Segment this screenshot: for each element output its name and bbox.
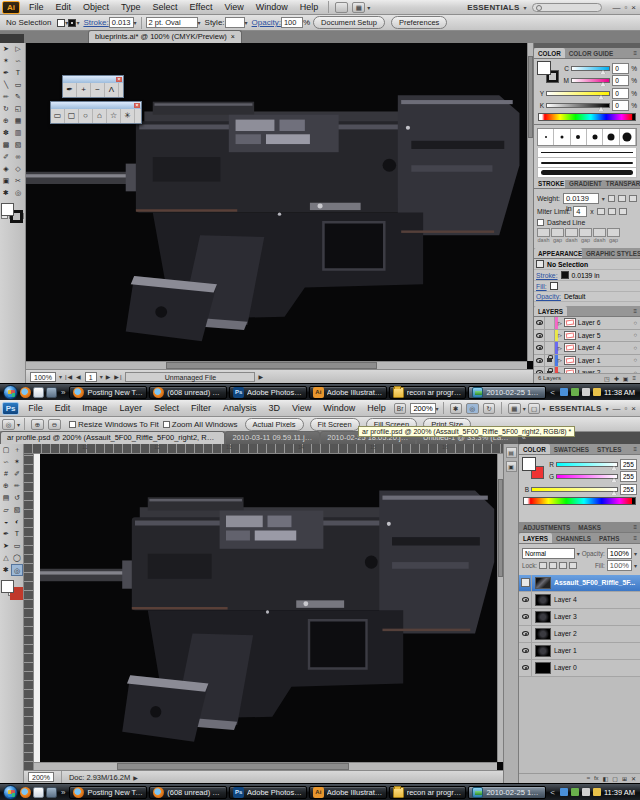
dash-field[interactable]: gap <box>607 228 620 243</box>
panel-menu-icon[interactable]: ≡ <box>630 533 640 543</box>
actual-pixels-button[interactable]: Actual Pixels <box>245 418 304 431</box>
lock-transparency-icon[interactable] <box>539 562 547 569</box>
dash-input[interactable] <box>593 228 606 237</box>
palette-titlebar[interactable]: × <box>63 76 123 83</box>
brush-item[interactable] <box>587 129 603 145</box>
dodge-tool-icon[interactable]: ◐ <box>11 516 23 528</box>
taskbar-button[interactable]: recon ar progress <box>389 786 467 799</box>
layer-name[interactable]: Assault_5F00_Riffle_5F... <box>554 579 640 586</box>
pencil-tool-icon[interactable]: ✎ <box>12 91 24 103</box>
update-icon[interactable] <box>571 788 579 796</box>
visibility-toggle[interactable] <box>519 592 532 608</box>
visibility-toggle[interactable] <box>534 355 545 367</box>
tab-layers[interactable]: LAYERS <box>534 306 567 316</box>
color-spectrum-bar[interactable] <box>523 497 636 505</box>
live-paint-bucket-tool-icon[interactable]: ◈ <box>0 163 12 175</box>
horizontal-scrollbar[interactable] <box>26 361 527 369</box>
layer-name[interactable]: Layer 0 <box>554 664 640 671</box>
bridge-icon[interactable]: Br <box>394 403 407 414</box>
brush-stroke-thin[interactable] <box>537 148 637 158</box>
dash-field[interactable]: dash <box>593 228 606 243</box>
yellow-slider[interactable] <box>546 91 610 96</box>
live-paint-selection-tool-icon[interactable]: ◇ <box>12 163 24 175</box>
taskbar-button[interactable]: AiAdobe Illustrator ... <box>309 786 387 799</box>
fill-color-chip[interactable] <box>550 282 558 290</box>
line-segment-tool-icon[interactable]: ╲ <box>0 79 12 91</box>
tray-chevron-icon[interactable]: < <box>548 788 557 797</box>
join-miter-icon[interactable] <box>597 208 605 215</box>
shape-tool-icon[interactable]: ▭ <box>11 540 23 552</box>
firefox-quicklaunch-icon[interactable] <box>20 387 31 398</box>
lock-toggle[interactable] <box>545 355 555 367</box>
appearance-stroke-label[interactable]: Stroke: <box>536 272 558 279</box>
document-tab[interactable]: blueprints.ai* @ 100% (CMYK/Preview)× <box>88 30 242 43</box>
menu-item-select[interactable]: Select <box>148 401 185 416</box>
menu-item-window[interactable]: Window <box>250 0 294 15</box>
stroke-label[interactable]: Stroke: <box>83 18 108 27</box>
hand-tool-icon[interactable]: ✱ <box>0 187 12 199</box>
palette-titlebar[interactable]: × <box>51 102 141 109</box>
cyan-slider[interactable] <box>571 66 610 71</box>
lock-pixels-icon[interactable] <box>549 562 557 569</box>
document-tab[interactable]: ar profile.psd @ 200% (Assault_5F00_Riff… <box>0 431 225 444</box>
mesh-tool-icon[interactable]: ▩ <box>0 139 12 151</box>
blue-value[interactable]: 255 <box>620 484 637 495</box>
tab-adjustments[interactable]: ADJUSTMENTS <box>519 522 574 532</box>
menu-item-filter[interactable]: Filter <box>185 401 217 416</box>
menu-item-help[interactable]: Help <box>294 0 325 15</box>
lock-toggle-empty[interactable] <box>545 317 555 329</box>
black-value[interactable]: 0 <box>612 100 629 111</box>
taskbar-button[interactable]: AiAdobe Illustrator ... <box>309 386 387 399</box>
zoom-in-icon[interactable]: ⊕ <box>31 419 44 430</box>
layers-footer-icon-2[interactable]: ▣ <box>623 375 629 382</box>
lock-toggle-empty[interactable] <box>545 342 555 354</box>
screen-mode-icon[interactable]: ▢ <box>528 403 541 414</box>
menu-item-window[interactable]: Window <box>317 401 361 416</box>
dash-input[interactable] <box>537 228 550 237</box>
visibility-toggle[interactable] <box>519 660 532 676</box>
start-orb[interactable] <box>3 785 18 800</box>
layers-footer-icon-3[interactable]: ▢ <box>612 775 618 782</box>
layer-name[interactable]: Layer 1 <box>554 647 640 654</box>
zoom-level-select[interactable]: 200% <box>410 403 435 414</box>
vertical-scrollbar[interactable] <box>527 43 533 361</box>
start-orb[interactable] <box>3 385 18 400</box>
layer-name[interactable]: Layer 1 <box>578 357 634 364</box>
magic-wand-tool-icon[interactable]: ✶ <box>0 55 12 67</box>
visibility-toggle[interactable] <box>519 575 532 591</box>
layers-footer-icon-1[interactable]: fx <box>594 775 599 782</box>
red-slider[interactable] <box>556 462 618 467</box>
menu-item-object[interactable]: Object <box>77 0 115 15</box>
cap-projecting-icon[interactable] <box>629 195 637 202</box>
brush-select[interactable]: 2 pt. Oval <box>146 17 198 28</box>
close-button[interactable]: × <box>631 404 636 413</box>
fill-swatch[interactable] <box>57 19 65 27</box>
menu-item-file[interactable]: File <box>23 0 50 15</box>
zoom-out-icon[interactable]: ⊖ <box>48 419 61 430</box>
close-button[interactable]: × <box>631 3 636 12</box>
magic-wand-tool-icon[interactable]: ✶ <box>11 456 23 468</box>
cap-round-icon[interactable] <box>618 195 626 202</box>
3d-orbit-tool-icon[interactable]: ◯ <box>11 552 23 564</box>
arrange-documents-icon[interactable]: ▦ <box>508 403 521 414</box>
search-input[interactable] <box>532 3 602 12</box>
prev-artboard-button[interactable]: ◀ <box>76 373 82 380</box>
target-circle-icon[interactable]: ○ <box>633 345 640 351</box>
lasso-tool-icon[interactable]: ∽ <box>12 55 24 67</box>
history-brush-tool-icon[interactable]: ↺ <box>11 492 23 504</box>
ellipse-tool-icon[interactable]: ○ <box>79 109 93 123</box>
layer-name[interactable]: Layer 6 <box>578 319 634 326</box>
brush-stroke-taper[interactable] <box>537 158 637 168</box>
direct-selection-tool-icon[interactable]: ▷ <box>12 43 24 55</box>
network-icon[interactable] <box>560 388 568 396</box>
layers-footer-icon-4[interactable]: ⊞ <box>622 775 627 782</box>
tab-styles[interactable]: STYLES <box>593 444 626 454</box>
appearance-opacity-label[interactable]: Opacity: <box>536 293 561 300</box>
layer-row[interactable]: ▷Layer 4○ <box>534 342 640 355</box>
fill-input[interactable]: 100% <box>607 560 632 571</box>
zoom-tool-preset-icon[interactable]: ◎ <box>2 419 15 430</box>
menu-item-image[interactable]: Image <box>76 401 113 416</box>
brush-item[interactable] <box>571 129 587 145</box>
panel-menu-icon[interactable]: ≡ <box>630 306 640 316</box>
add-anchor-point-icon[interactable]: + <box>77 83 91 97</box>
